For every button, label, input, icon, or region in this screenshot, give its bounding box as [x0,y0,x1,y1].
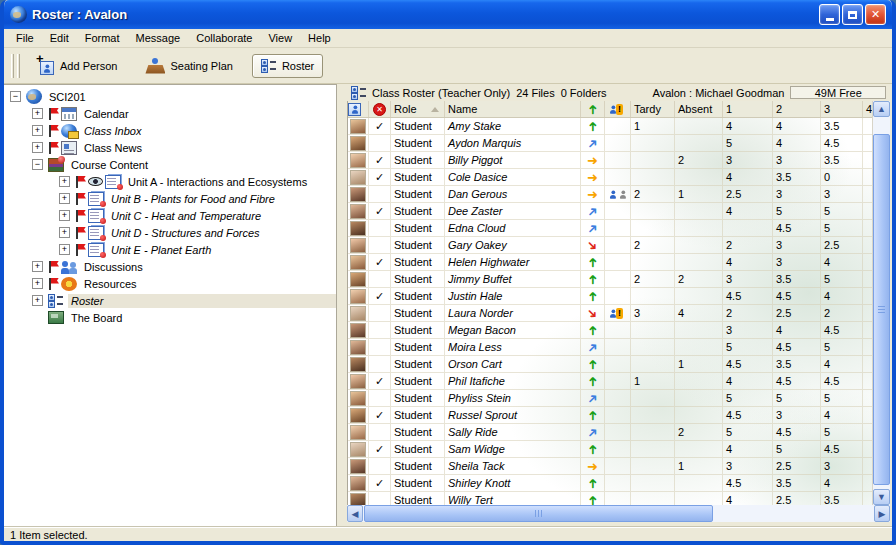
tree-expander[interactable]: + [32,108,43,119]
toolbar-grip[interactable] [17,54,20,78]
table-row-justin-hale[interactable]: ✓StudentJustin Hale➜4.54.54 [348,288,872,305]
cell-tardy [631,356,675,372]
table-row-russel-sprout[interactable]: ✓StudentRussel Sprout➜4.534 [348,407,872,424]
table-row-aydon-marquis[interactable]: StudentAydon Marquis➜544.5 [348,135,872,152]
table-row-shirley-knott[interactable]: ✓StudentShirley Knott➜4.53.54 [348,475,872,492]
tree-expander[interactable]: + [59,227,70,238]
horizontal-scrollbar[interactable]: ◀ ▶ [347,505,890,522]
toolbar-grip[interactable] [11,54,14,78]
column-header-role[interactable]: Role [391,101,445,117]
menu-view[interactable]: View [260,30,300,46]
column-header-restricted[interactable]: ✕ [369,101,391,117]
cell-name: Edna Cloud [445,220,581,236]
scroll-up-button[interactable]: ▲ [873,101,890,117]
column-header-2[interactable]: 2 [773,101,821,117]
maximize-button[interactable] [842,4,863,25]
person-icon [609,309,617,317]
cell-tardy: 1 [631,118,675,134]
tree-expander[interactable]: + [32,261,43,272]
tree-item-unit-b-plants-for-food-and-fibre[interactable]: +Unit B - Plants for Food and Fibre [4,190,336,207]
table-row-phyliss-stein[interactable]: StudentPhyliss Stein➜555 [348,390,872,407]
column-header-trend[interactable]: ➜ [581,101,605,117]
tree-item-unit-a-interactions-and-ecosystems[interactable]: +Unit A - Interactions and Ecosystems [4,173,336,190]
tree-expander[interactable]: + [59,244,70,255]
scroll-down-button[interactable]: ▼ [873,489,890,505]
tree-item-class-inbox[interactable]: +Class Inbox [4,122,336,139]
horizontal-scroll-thumb[interactable] [364,505,713,522]
menu-message[interactable]: Message [128,30,189,46]
tree-expander[interactable]: + [59,176,70,187]
column-header-tardy[interactable]: Tardy [631,101,675,117]
table-row-moira-less[interactable]: StudentMoira Less➜54.55 [348,339,872,356]
scroll-right-button[interactable]: ▶ [874,505,890,522]
student-photo [350,289,366,304]
tree-expander[interactable]: − [10,91,21,102]
minimize-button[interactable] [819,4,840,25]
tree-item-unit-e-planet-earth[interactable]: +Unit E - Planet Earth [4,241,336,258]
menu-file[interactable]: File [8,30,42,46]
table-row-sally-ride[interactable]: StudentSally Ride➜254.55 [348,424,872,441]
table-row-phil-itafiche[interactable]: ✓StudentPhil Itafiche➜144.54.5 [348,373,872,390]
panel-splitter[interactable] [337,84,347,527]
table-row-gary-oakey[interactable]: StudentGary Oakey➜2232.5 [348,237,872,254]
table-row-laura-norder[interactable]: StudentLaura Norder➜!3422.52 [348,305,872,322]
table-row-dee-zaster[interactable]: ✓StudentDee Zaster➜455 [348,203,872,220]
tree-item-roster[interactable]: +Roster [4,292,336,309]
cell-grade-1: 5 [723,339,773,355]
tree-item-unit-c-heat-and-temperature[interactable]: +Unit C - Heat and Temperature [4,207,336,224]
tree-item-resources[interactable]: +Resources [4,275,336,292]
tree-item-sci201[interactable]: −SCI201 [4,88,336,105]
table-row-megan-bacon[interactable]: StudentMegan Bacon➜344.5 [348,322,872,339]
tree-item-class-news[interactable]: +Class News [4,139,336,156]
table-row-dan-gerous[interactable]: StudentDan Gerous➜212.533 [348,186,872,203]
column-header-1[interactable]: 1 [723,101,773,117]
table-row-sheila-tack[interactable]: StudentSheila Tack➜132.53 [348,458,872,475]
cell-trend: ➜ [581,441,605,457]
column-header-alert[interactable]: ! [605,101,631,117]
table-row-willy-tert[interactable]: StudentWilly Tert➜42.53.5 [348,492,872,505]
tree-item-course-content[interactable]: −Course Content [4,156,336,173]
column-header-absent[interactable]: Absent [675,101,723,117]
tree-item-discussions[interactable]: +Discussions [4,258,336,275]
menu-collaborate[interactable]: Collaborate [188,30,260,46]
table-row-sam-widge[interactable]: ✓StudentSam Widge➜454.5 [348,441,872,458]
table-row-edna-cloud[interactable]: StudentEdna Cloud➜4.55 [348,220,872,237]
tree-item-calendar[interactable]: +Calendar [4,105,336,122]
tree-expander[interactable]: + [59,210,70,221]
column-header-3[interactable]: 3 [821,101,863,117]
trend-se-icon: ➜ [584,237,601,253]
table-row-cole-dasice[interactable]: ✓StudentCole Dasice➜43.50 [348,169,872,186]
vertical-scrollbar[interactable]: ▲ ▼ [872,101,890,505]
vertical-scroll-thumb[interactable] [873,134,890,485]
table-row-orson-cart[interactable]: StudentOrson Cart➜14.53.54 [348,356,872,373]
tree-item-unit-d-structures-and-forces[interactable]: +Unit D - Structures and Forces [4,224,336,241]
table-row-billy-piggot[interactable]: ✓StudentBilly Piggot➜2333.5 [348,152,872,169]
add-person-button[interactable]: Add Person [28,52,126,80]
tree-expander[interactable]: + [59,193,70,204]
column-header-photo[interactable] [348,101,369,117]
menu-format[interactable]: Format [77,30,128,46]
roster-button[interactable]: Roster [252,54,323,78]
sort-ascending-icon [431,107,439,112]
tree-expander[interactable]: + [32,278,43,289]
table-row-jimmy-buffet[interactable]: StudentJimmy Buffet➜2233.55 [348,271,872,288]
tree-expander[interactable]: + [32,142,43,153]
cell-role: Student [391,356,445,372]
column-header-4[interactable]: 4 [863,101,872,117]
cell-grade-2: 4.5 [773,220,821,236]
student-photo [350,476,366,491]
menu-help[interactable]: Help [300,30,339,46]
table-row-helen-highwater[interactable]: ✓StudentHelen Highwater➜434 [348,254,872,271]
tree-expander[interactable]: + [32,295,43,306]
student-photo [350,272,366,287]
close-button[interactable]: ✕ [865,4,886,25]
scroll-left-button[interactable]: ◀ [347,505,363,522]
column-header-name[interactable]: Name [445,101,581,117]
tree-expander[interactable]: + [32,125,43,136]
seating-plan-button[interactable]: Seating Plan [136,53,241,79]
tree-expander[interactable]: − [32,159,43,170]
table-row-amy-stake[interactable]: ✓StudentAmy Stake➜1443.5 [348,118,872,135]
cell-alert [605,288,631,304]
menu-edit[interactable]: Edit [42,30,77,46]
tree-item-the-board[interactable]: The Board [4,309,336,326]
